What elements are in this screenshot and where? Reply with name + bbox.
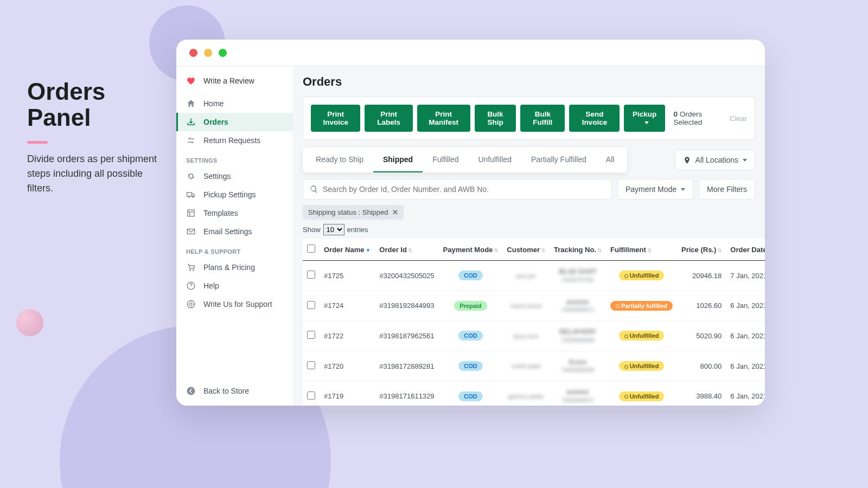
row-checkbox[interactable] bbox=[307, 301, 315, 309]
payment-badge: COD bbox=[458, 331, 482, 341]
orders-table: Order Name▼ Order Id⇅ Payment Mode⇅ Cust… bbox=[303, 239, 765, 406]
col-fulfillment[interactable]: Fulfillment⇅ bbox=[606, 239, 677, 261]
help-icon bbox=[186, 281, 196, 291]
sidebar-item-support[interactable]: Write Us for Support bbox=[176, 295, 293, 313]
tab-ready-to-ship[interactable]: Ready to Ship bbox=[306, 147, 373, 172]
table-row: #1724#3198192844993Prepaidmaria broosara… bbox=[303, 291, 765, 321]
print-labels-button[interactable]: Print Labels bbox=[365, 105, 412, 132]
sidebar-item-label: Write a Review bbox=[203, 76, 254, 85]
payment-mode-dropdown[interactable]: Payment Mode bbox=[617, 179, 693, 200]
cell-order-name: #1722 bbox=[320, 321, 375, 351]
cell-order-id: #3198192844993 bbox=[375, 291, 438, 321]
minimize-window-icon[interactable] bbox=[204, 49, 212, 57]
bulk-fulfill-button[interactable]: Bulk Fulfill bbox=[520, 105, 565, 132]
sidebar-item-settings[interactable]: Settings bbox=[176, 167, 293, 185]
cell-price: 3988.40 bbox=[677, 381, 726, 406]
return-icon bbox=[186, 136, 196, 145]
sidebar-item-pickup-settings[interactable]: Pickup Settings bbox=[176, 185, 293, 204]
sidebar-section-help: HELP & SUPPORT bbox=[176, 241, 293, 258]
table-row: #1722#3198187962561CODlazzy tomDELHIVERY… bbox=[303, 321, 765, 351]
support-icon bbox=[186, 299, 196, 309]
table-row: #1725#3200432505025CODjom jenBLUE DART74… bbox=[303, 261, 765, 291]
sidebar-item-label: Orders bbox=[203, 118, 228, 126]
svg-point-10 bbox=[187, 387, 195, 395]
location-icon bbox=[683, 156, 691, 164]
cell-price: 20946.18 bbox=[677, 261, 726, 291]
cell-customer: lazzy tom bbox=[513, 333, 538, 339]
pickup-dropdown-button[interactable]: Pickup bbox=[624, 105, 665, 132]
bulk-ship-button[interactable]: Bulk Ship bbox=[475, 105, 516, 132]
home-icon bbox=[186, 99, 196, 108]
cell-date: 7 Jan, 2021 12:28:44 bbox=[726, 261, 765, 291]
tabs-row: Ready to Ship Shipped Fulfilled Unfulfil… bbox=[303, 147, 755, 172]
sidebar-item-templates[interactable]: Templates bbox=[176, 204, 293, 222]
col-payment-mode[interactable]: Payment Mode⇅ bbox=[439, 239, 503, 261]
search-icon bbox=[310, 185, 318, 194]
cell-order-id: #3200432505025 bbox=[375, 261, 438, 291]
tab-all[interactable]: All bbox=[596, 147, 624, 172]
location-dropdown[interactable]: All Locations bbox=[675, 150, 755, 170]
svg-point-5 bbox=[190, 270, 191, 271]
fulfillment-badge: Unfulfilled bbox=[619, 271, 665, 280]
print-invoice-button[interactable]: Print Invoice bbox=[311, 105, 360, 132]
tab-fulfilled[interactable]: Fulfilled bbox=[423, 147, 468, 172]
cell-order-name: #1720 bbox=[320, 351, 375, 381]
remove-filter-icon[interactable]: ✕ bbox=[392, 208, 398, 216]
cell-date: 6 Jan, 2021 11:57:27 bbox=[726, 321, 765, 351]
search-input[interactable] bbox=[318, 179, 605, 199]
row-checkbox[interactable] bbox=[307, 271, 315, 279]
clear-selection-link[interactable]: Clear bbox=[730, 114, 747, 123]
col-order-name[interactable]: Order Name▼ bbox=[320, 239, 375, 261]
email-icon bbox=[186, 227, 196, 236]
cell-order-name: #1719 bbox=[320, 381, 375, 406]
row-checkbox[interactable] bbox=[307, 361, 315, 369]
print-manifest-button[interactable]: Print Manifest bbox=[417, 105, 470, 132]
fulfillment-badge: Unfulfilled bbox=[619, 391, 665, 401]
col-order-id[interactable]: Order Id⇅ bbox=[375, 239, 438, 261]
titlebar bbox=[176, 40, 765, 66]
row-checkbox[interactable] bbox=[307, 391, 315, 400]
send-invoice-button[interactable]: Send Invoice bbox=[569, 105, 620, 132]
sidebar-item-label: Home bbox=[203, 99, 224, 108]
sidebar-write-review[interactable]: Write a Review bbox=[176, 72, 293, 90]
cell-customer: jom jen bbox=[516, 273, 535, 279]
tab-shipped[interactable]: Shipped bbox=[373, 147, 423, 172]
cell-order-id: #3198187962561 bbox=[375, 321, 438, 351]
fulfillment-badge: Partially fulfilled bbox=[610, 301, 673, 311]
orders-icon bbox=[186, 117, 196, 127]
tab-partially-fulfilled[interactable]: Partially Fulfilled bbox=[521, 147, 596, 172]
cell-customer: garima yadav bbox=[508, 393, 544, 400]
sidebar-item-home[interactable]: Home bbox=[176, 94, 293, 113]
more-filters-button[interactable]: More Filters bbox=[699, 179, 755, 200]
cell-tracking: aramex74284698971 bbox=[554, 388, 602, 404]
page-title: Orders bbox=[303, 75, 755, 89]
col-customer[interactable]: Customer⇅ bbox=[502, 239, 550, 261]
sidebar-item-email-settings[interactable]: Email Settings bbox=[176, 222, 293, 241]
tab-unfulfilled[interactable]: Unfulfilled bbox=[468, 147, 521, 172]
sidebar-item-label: Back to Store bbox=[203, 387, 249, 395]
sidebar-item-back[interactable]: Back to Store bbox=[176, 382, 293, 400]
cell-tracking: DELHIVERY74284888484 bbox=[554, 328, 602, 344]
chevron-down-icon bbox=[681, 188, 685, 191]
row-checkbox[interactable] bbox=[307, 331, 315, 339]
sidebar-item-plans[interactable]: Plans & Pricing bbox=[176, 258, 293, 277]
search-box bbox=[303, 179, 612, 200]
marketing-panel: OrdersPanel Divide orders as per shipmen… bbox=[27, 79, 157, 196]
active-filters: Shipping status : Shipped ✕ bbox=[303, 205, 755, 220]
cell-date: 6 Jan, 2021 12:01:52 bbox=[726, 291, 765, 321]
sidebar-item-orders[interactable]: Orders bbox=[176, 113, 293, 131]
close-window-icon[interactable] bbox=[189, 49, 197, 57]
show-entries: Show 10 entries bbox=[303, 224, 755, 235]
col-date[interactable]: Order Date⇅ bbox=[726, 239, 765, 261]
sidebar-item-help[interactable]: Help bbox=[176, 277, 293, 295]
sidebar-item-returns[interactable]: Return Requests bbox=[176, 131, 293, 150]
cell-price: 1026.60 bbox=[677, 291, 726, 321]
col-price[interactable]: Price (Rs.)⇅ bbox=[677, 239, 726, 261]
sidebar-item-label: Email Settings bbox=[203, 227, 252, 236]
select-all-checkbox[interactable] bbox=[307, 245, 315, 253]
entries-select[interactable]: 10 bbox=[323, 224, 344, 235]
bg-decoration bbox=[16, 309, 43, 336]
table-row: #1720#3198172889281CODmohit patelEcom742… bbox=[303, 351, 765, 381]
col-tracking[interactable]: Tracking No.⇅ bbox=[550, 239, 606, 261]
maximize-window-icon[interactable] bbox=[219, 49, 227, 57]
